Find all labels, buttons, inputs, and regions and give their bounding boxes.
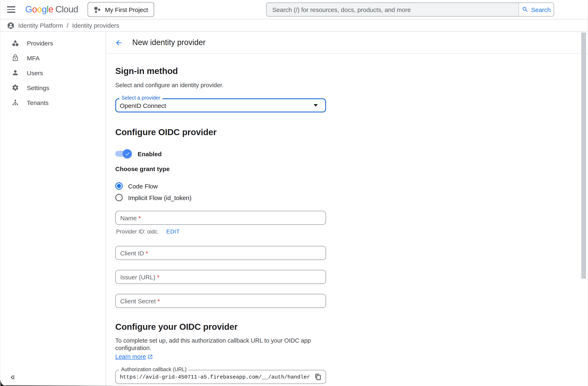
edit-provider-id-link[interactable]: EDIT (166, 229, 180, 235)
sidebar-item-label: Tenants (27, 99, 49, 106)
tenants-icon (12, 99, 19, 106)
identity-platform-icon (7, 22, 15, 29)
search-button-label: Search (531, 6, 551, 13)
sidebar-item-providers[interactable]: Providers (0, 36, 106, 50)
back-button[interactable] (114, 38, 124, 47)
required-asterisk: * (157, 273, 160, 280)
learn-more-label: Learn more (115, 353, 146, 360)
enabled-toggle-row: Enabled (115, 149, 326, 158)
radio-selected-icon (115, 182, 123, 190)
callback-url-value: https://avid-grid-450711-a5.firebaseapp.… (116, 374, 313, 380)
page-header: New identity provider (106, 32, 588, 54)
external-link-icon (147, 354, 153, 359)
client-secret-field-label: Client Secret (116, 297, 156, 304)
configure-your-oidc-heading: Configure your OIDC provider (115, 322, 326, 332)
name-field[interactable]: Name * (115, 211, 326, 225)
page-title: New identity provider (132, 38, 206, 47)
search-input[interactable] (267, 3, 519, 16)
hamburger-menu-icon[interactable] (7, 4, 17, 15)
callback-field-label: Authorization callback (URL) (119, 367, 189, 372)
enabled-toggle[interactable] (115, 151, 130, 157)
breadcrumb-identity-providers[interactable]: Identity providers (72, 22, 119, 29)
sidebar: Providers MFA Users Settings (0, 32, 106, 386)
collapse-sidebar-icon[interactable] (9, 374, 16, 381)
issuer-field-label: Issuer (URL) (116, 273, 155, 280)
project-selector-button[interactable]: My First Project (88, 2, 154, 17)
required-asterisk: * (138, 214, 141, 221)
scrollbar[interactable] (581, 33, 586, 279)
radio-code-flow[interactable]: Code Flow (115, 182, 326, 190)
radio-unselected-icon (115, 194, 123, 201)
top-bar: Google Cloud My First Project Search (0, 0, 588, 20)
project-hexagons-icon (94, 6, 101, 13)
sidebar-item-mfa[interactable]: MFA (0, 50, 106, 65)
learn-more-link[interactable]: Learn more (115, 353, 153, 360)
provider-id-text: Provider ID: oidc. (115, 229, 159, 235)
radio-label: Code Flow (128, 182, 158, 190)
name-field-label: Name (116, 214, 137, 221)
search-button[interactable]: Search (519, 3, 554, 16)
provider-id-row: Provider ID: oidc. EDIT (115, 229, 326, 235)
required-asterisk: * (157, 297, 160, 304)
sidebar-item-label: Users (27, 69, 43, 76)
radio-implicit-flow[interactable]: Implicit Flow (id_token) (115, 194, 326, 201)
configure-oidc-heading: Configure OIDC provider (115, 127, 326, 138)
toggle-thumb-check-icon (123, 149, 132, 158)
window-corner (0, 381, 6, 386)
lock-icon (12, 54, 19, 62)
authorization-callback-field[interactable]: Authorization callback (URL) https://avi… (115, 370, 326, 384)
sidebar-item-label: Settings (27, 84, 49, 91)
enabled-label: Enabled (138, 150, 162, 157)
sidebar-item-tenants[interactable]: Tenants (0, 95, 106, 110)
provider-select-label: Select a provider (119, 95, 162, 100)
sidebar-item-settings[interactable]: Settings (0, 80, 106, 95)
main-content: New identity provider Sign-in method Sel… (106, 32, 588, 386)
issuer-url-field[interactable]: Issuer (URL) * (115, 270, 326, 284)
required-asterisk: * (146, 249, 148, 257)
search-icon (522, 6, 528, 13)
radio-label: Implicit Flow (id_token) (128, 194, 191, 201)
breadcrumb-identity-platform[interactable]: Identity Platform (18, 22, 63, 29)
window-bottom-edge (0, 385, 133, 386)
sidebar-item-label: MFA (27, 54, 40, 61)
provider-select[interactable]: Select a provider OpenID Connect (115, 98, 326, 112)
client-id-field[interactable]: Client ID * (115, 246, 326, 260)
breadcrumb-separator: / (67, 22, 68, 29)
project-name: My First Project (105, 6, 148, 13)
signin-method-description: Select and configure an identity provide… (115, 81, 326, 89)
google-cloud-logo: Google Cloud (25, 4, 78, 15)
sidebar-item-users[interactable]: Users (0, 65, 106, 80)
client-id-field-label: Client ID (116, 249, 144, 257)
gear-icon (12, 84, 19, 91)
search-bar: Search (266, 2, 554, 17)
google-logo-cloud-text: Cloud (55, 4, 78, 15)
dropdown-caret-icon (314, 104, 318, 107)
copy-button[interactable] (313, 372, 323, 382)
sidebar-item-label: Providers (27, 40, 53, 46)
google-logo-letters: Google (25, 4, 53, 15)
person-icon (12, 69, 19, 76)
client-secret-field[interactable]: Client Secret * (115, 294, 326, 308)
category-icon (12, 39, 19, 47)
grant-type-label: Choose grant type (115, 165, 326, 173)
app-window: Google Cloud My First Project Search (0, 0, 588, 386)
provider-select-value: OpenID Connect (116, 102, 166, 109)
signin-method-heading: Sign-in method (115, 66, 326, 76)
breadcrumb: Identity Platform / Identity providers (0, 20, 588, 32)
callback-description: To complete set up, add this authorizati… (115, 337, 326, 352)
